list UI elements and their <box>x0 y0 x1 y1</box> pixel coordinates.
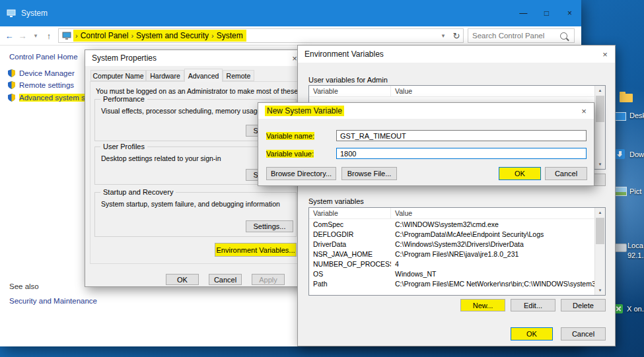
desktop-item-local-disk[interactable]: Loca <box>627 242 643 249</box>
system-edit-button[interactable]: Edit... <box>511 299 555 311</box>
column-value[interactable]: Value <box>391 208 412 218</box>
maximize-button[interactable]: □ <box>535 0 558 26</box>
table-header: Variable Value <box>309 86 595 97</box>
sidebar-item-remote-settings[interactable]: Remote settings <box>8 81 74 89</box>
new-system-variable-dialog: New System Variable × Variable name: Var… <box>258 102 594 186</box>
scrollbar[interactable]: ▲ ▼ <box>594 208 605 295</box>
dialog-title: Environment Variables <box>298 49 384 59</box>
refresh-icon[interactable]: ↻ <box>450 31 463 41</box>
column-value[interactable]: Value <box>391 86 412 96</box>
desktop-item-desktop[interactable]: Desk <box>629 112 644 119</box>
variable-name-label: Variable name: <box>266 132 314 140</box>
shield-icon <box>8 94 15 102</box>
scrollbar-thumb[interactable] <box>596 218 604 244</box>
scroll-down-icon[interactable]: ▼ <box>595 160 605 169</box>
cell-variable: NUMBER_OF_PROCESSORS <box>309 260 391 268</box>
browse-directory-button[interactable]: Browse Directory... <box>266 167 336 180</box>
table-row[interactable]: DEFLOGDIR C:\ProgramData\McAfee\Endpoint… <box>309 229 595 239</box>
crumb-system[interactable]: System <box>215 31 245 40</box>
admin-note: You must be logged on as an Administrato… <box>96 87 298 95</box>
downloads-icon[interactable] <box>615 149 625 159</box>
apply-button[interactable]: Apply <box>252 274 285 285</box>
folder-icon[interactable] <box>620 94 633 102</box>
table-row[interactable]: ComSpec C:\WINDOWS\system32\cmd.exe <box>309 219 595 229</box>
desktop-item-downloads[interactable]: Dow <box>629 150 644 158</box>
system-delete-button[interactable]: Delete <box>561 299 606 311</box>
cancel-button[interactable]: Cancel <box>545 167 587 180</box>
tab-computer-name[interactable]: Computer Name <box>90 70 146 81</box>
scroll-up-icon[interactable]: ▲ <box>595 86 605 95</box>
variable-value-label: Variable value: <box>266 150 314 158</box>
disk-icon[interactable] <box>614 243 627 252</box>
sidebar-item-device-manager[interactable]: Device Manager <box>8 69 75 77</box>
environment-variables-button[interactable]: Environment Variables... <box>215 243 297 257</box>
tab-advanced[interactable]: Advanced <box>184 69 223 82</box>
cell-variable: Path <box>309 280 391 288</box>
desktop-item-local-disk-size: 92.1... <box>627 251 644 259</box>
close-button[interactable]: × <box>558 0 581 26</box>
cancel-button[interactable]: Cancel <box>561 327 606 341</box>
monitor-icon[interactable] <box>615 112 626 121</box>
system-variables-table[interactable]: Variable Value ComSpec C:\WINDOWS\system… <box>308 207 606 296</box>
scroll-up-icon[interactable]: ▲ <box>595 208 605 217</box>
cell-value: C:\Program Files\NRE\java\jre1.8.0_231 <box>391 250 595 258</box>
crumb-system-and-security[interactable]: System and Security <box>134 31 211 40</box>
table-row[interactable]: DriverData C:\Windows\System32\Drivers\D… <box>309 239 595 249</box>
dialog-titlebar: System Properties × <box>85 50 304 66</box>
startup-settings-button[interactable]: Settings... <box>246 220 293 232</box>
minimize-button[interactable]: — <box>512 0 535 26</box>
system-new-button[interactable]: New... <box>460 299 505 311</box>
ok-button[interactable]: OK <box>166 274 199 285</box>
caption-buttons: — □ × <box>512 0 581 26</box>
ok-button[interactable]: OK <box>499 167 541 180</box>
crumb-control-panel[interactable]: Control Panel <box>79 31 131 40</box>
forward-icon[interactable]: → <box>16 31 29 41</box>
table-row[interactable]: Path C:\Program Files\EMC NetWorker\nsr\… <box>309 278 595 288</box>
scroll-down-icon[interactable]: ▼ <box>595 286 605 295</box>
cancel-button[interactable]: Cancel <box>209 274 242 285</box>
group-description: System startup, system failure, and debu… <box>101 200 293 208</box>
search-icon[interactable] <box>560 32 567 40</box>
up-icon[interactable]: ↑ <box>42 31 55 41</box>
sidebar-control-panel-home[interactable]: Control Panel Home <box>9 53 78 61</box>
table-row[interactable]: NUMBER_OF_PROCESSORS 4 <box>309 259 595 269</box>
variable-name-input[interactable] <box>336 130 587 141</box>
breadcrumb-path: › Control Panel › System and Security › … <box>73 30 246 42</box>
startup-recovery-group: Startup and Recovery System startup, sys… <box>94 192 297 237</box>
table-row[interactable]: NSR_JAVA_HOME C:\Program Files\NRE\java\… <box>309 249 595 259</box>
window-titlebar: System — □ × <box>0 0 581 26</box>
back-icon[interactable]: ← <box>3 31 16 41</box>
column-variable[interactable]: Variable <box>309 208 391 218</box>
sidebar-item-label: Device Manager <box>19 69 75 77</box>
control-panel-icon <box>62 32 71 40</box>
tab-remote[interactable]: Remote <box>223 70 254 81</box>
close-icon[interactable]: × <box>595 46 615 63</box>
desktop-item-pictures[interactable]: Pict <box>629 187 641 195</box>
cell-variable: ComSpec <box>309 220 391 228</box>
search-box[interactable] <box>468 28 575 43</box>
breadcrumb[interactable]: › Control Panel › System and Security › … <box>58 28 464 43</box>
browse-file-button[interactable]: Browse File... <box>341 167 397 180</box>
address-dropdown-icon[interactable]: ▾ <box>437 32 450 39</box>
sidebar-item-security-and-maintenance[interactable]: Security and Maintenance <box>9 297 97 305</box>
scrollbar-thumb[interactable] <box>596 96 604 122</box>
variable-value-input[interactable] <box>336 148 587 159</box>
dialog-title: New System Variable <box>265 106 344 116</box>
window-title: System <box>21 9 48 18</box>
search-input[interactable] <box>468 32 560 40</box>
cell-value: Windows_NT <box>391 270 595 278</box>
ok-button[interactable]: OK <box>511 327 553 341</box>
pictures-icon[interactable] <box>615 187 627 196</box>
dialog-titlebar: New System Variable × <box>258 103 594 119</box>
close-icon[interactable]: × <box>574 103 594 119</box>
table-body: ComSpec C:\WINDOWS\system32\cmd.exe DEFL… <box>309 219 595 295</box>
scrollbar[interactable]: ▲ ▼ <box>594 86 605 169</box>
tab-hardware[interactable]: Hardware <box>146 70 184 81</box>
column-variable[interactable]: Variable <box>309 86 391 96</box>
table-row[interactable]: OS Windows_NT <box>309 269 595 278</box>
cell-value: C:\ProgramData\McAfee\Endpoint Security\… <box>391 230 595 238</box>
desktop-item-x[interactable]: X on... <box>627 305 644 313</box>
cell-variable: NSR_JAVA_HOME <box>309 250 391 258</box>
desktop: Desk Dow Pict Loca 92.1... X on... Syste… <box>0 0 644 357</box>
recent-pages-chevron-icon[interactable]: ▾ <box>29 32 42 39</box>
